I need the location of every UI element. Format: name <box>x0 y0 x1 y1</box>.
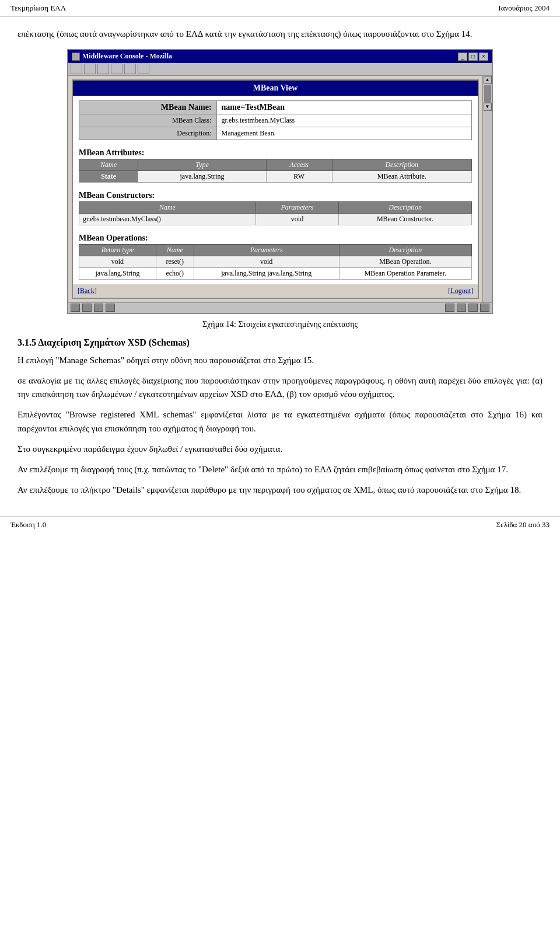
mozilla-toolbar <box>68 63 492 76</box>
scroll-down-button[interactable]: ▼ <box>484 103 492 111</box>
screenshot-box: Middleware Console - Mozilla _ □ × <box>67 49 493 314</box>
section-heading: Διαχείριση Σχημάτων XSD (Schemas) <box>38 337 190 347</box>
status-icon-3 <box>94 304 103 312</box>
toolbar-btn-4[interactable] <box>111 64 123 74</box>
mbean-name-table: MBean Name: name=TestMBean MBean Class: … <box>79 100 472 140</box>
window-title: Middleware Console - Mozilla <box>82 52 172 61</box>
status-bar <box>68 302 492 313</box>
status-icon-6 <box>457 304 466 312</box>
logout-link[interactable]: [Logout] <box>448 287 473 295</box>
status-icon-7 <box>468 304 478 312</box>
ops-col-params: Parameters <box>194 244 339 256</box>
mbean-name-value: name=TestMBean <box>216 100 471 114</box>
toolbar-btn-5[interactable] <box>124 64 136 74</box>
attributes-header-row: Name Type Access Description <box>79 159 472 170</box>
status-icon-8 <box>480 304 489 312</box>
mbean-desc-label: Description: <box>79 127 217 140</box>
attr-col-name: Name <box>79 159 138 170</box>
body-para-1: Η επιλογή "Manage Schemas" οδηγεί στην ο… <box>18 354 542 367</box>
scrollbar[interactable]: ▲ ▼ <box>482 76 492 302</box>
constr-col-params: Parameters <box>256 201 338 213</box>
mbean-class-value: gr.ebs.testmbean.MyClass <box>216 114 471 127</box>
figure-caption: Σχήμα 14: Στοιχεία εγκατεστημένης επέκτα… <box>18 320 542 329</box>
constructors-header: MBean Constructors: <box>73 187 478 201</box>
mbean-desc-row: Description: Management Bean. <box>79 127 472 140</box>
window-icon <box>72 53 80 61</box>
scroll-area: MBean View MBean Name: name=TestMBean <box>68 76 492 302</box>
page-container: Τεκμηρίωση ΕΛΛ Ιανουάριος 2004 επέκτασης… <box>0 0 560 533</box>
mbean-class-label: MBean Class: <box>79 114 217 127</box>
scroll-up-button[interactable]: ▲ <box>484 76 492 84</box>
back-link[interactable]: [Back] <box>78 287 97 295</box>
status-icon-1 <box>71 304 80 312</box>
body-para-2: σε αναλογία με τις άλλες επιλογές διαχεί… <box>18 374 542 402</box>
mbean-panel: MBean View MBean Name: name=TestMBean <box>72 79 479 299</box>
page-header: Τεκμηρίωση ΕΛΛ Ιανουάριος 2004 <box>0 0 560 17</box>
window-controls: _ □ × <box>458 53 488 61</box>
mozilla-title: Middleware Console - Mozilla <box>72 52 172 61</box>
page-footer: Έκδοση 1.0 Σελίδα 20 από 33 <box>0 516 560 533</box>
attributes-header: MBean Attributes: <box>73 145 478 159</box>
main-scroll-content: MBean View MBean Name: name=TestMBean <box>68 76 482 302</box>
mbean-class-row: MBean Class: gr.ebs.testmbean.MyClass <box>79 114 472 127</box>
operations-header-row: Return type Name Parameters Description <box>79 244 472 256</box>
mbean-view-header: MBean View <box>73 81 478 96</box>
table-row: voidreset()voidMBean Operation. <box>79 256 472 267</box>
operations-header: MBean Operations: <box>73 230 478 244</box>
mbean-name-row: MBean Name: name=TestMBean <box>79 100 472 114</box>
table-row: gr.ebs.testmbean.MyClass()voidMBean Cons… <box>79 213 472 225</box>
maximize-button[interactable]: □ <box>468 53 478 61</box>
operations-table: Return type Name Parameters Description … <box>79 244 472 280</box>
close-button[interactable]: × <box>479 53 488 61</box>
attr-col-type: Type <box>138 159 267 170</box>
status-icon-5 <box>445 304 454 312</box>
minimize-button[interactable]: _ <box>458 53 467 61</box>
constr-col-desc: Description <box>339 201 472 213</box>
mozilla-titlebar: Middleware Console - Mozilla _ □ × <box>68 50 492 63</box>
browser-bottom: [Back] [Logout] <box>73 284 478 298</box>
footer-right: Σελίδα 20 από 33 <box>496 520 550 530</box>
footer-left: Έκδοση 1.0 <box>10 520 46 530</box>
toolbar-btn-1[interactable] <box>71 64 82 74</box>
body-para-5: Αν επιλέξουμε τη διαγραφή τους (π.χ. πατ… <box>18 463 542 476</box>
attributes-table: Name Type Access Description Statejava.l… <box>79 159 472 183</box>
browser-content: MBean View MBean Name: name=TestMBean <box>68 76 482 302</box>
mbean-name-label: MBean Name: <box>79 100 217 114</box>
attr-col-access: Access <box>266 159 332 170</box>
body-para-6: Αν επιλέξουμε το πλήκτρο "Details" εμφαν… <box>18 483 542 497</box>
ops-col-name: Name <box>156 244 194 256</box>
header-left: Τεκμηρίωση ΕΛΛ <box>10 4 66 13</box>
toolbar-btn-3[interactable] <box>97 64 109 74</box>
constructors-header-row: Name Parameters Description <box>79 201 472 213</box>
status-icon-4 <box>106 304 115 312</box>
mbean-desc-value: Management Bean. <box>216 127 471 140</box>
ops-col-desc: Description <box>339 244 471 256</box>
main-content: επέκτασης (όπως αυτά αναγνωρίστηκαν από … <box>0 17 560 510</box>
section-number: 3.1.5 <box>18 337 36 347</box>
toolbar-btn-2[interactable] <box>84 64 96 74</box>
mbean-name-section: MBean Name: name=TestMBean MBean Class: … <box>73 96 478 145</box>
table-row: Statejava.lang.StringRWMBean Attribute. <box>79 170 472 182</box>
toolbar-btn-6[interactable] <box>138 64 149 74</box>
scrollbar-thumb[interactable] <box>484 85 491 103</box>
attr-col-description: Description <box>332 159 471 170</box>
constr-col-name: Name <box>79 201 256 213</box>
header-right: Ιανουάριος 2004 <box>498 4 550 13</box>
status-icon-2 <box>82 304 92 312</box>
table-row: java.lang.Stringecho()java.lang.String j… <box>79 267 472 279</box>
ops-col-returntype: Return type <box>79 244 156 256</box>
intro-paragraph: επέκτασης (όπως αυτά αναγνωρίστηκαν από … <box>18 27 542 41</box>
body-para-3: Επιλέγοντας "Browse registered XML schem… <box>18 408 542 436</box>
section-title: 3.1.5 Διαχείριση Σχημάτων XSD (Schemas) <box>18 337 542 348</box>
body-para-4: Στο συγκεκριμένο παράδειγμα έχουν δηλωθε… <box>18 443 542 456</box>
constructors-table: Name Parameters Description gr.ebs.testm… <box>79 201 472 225</box>
